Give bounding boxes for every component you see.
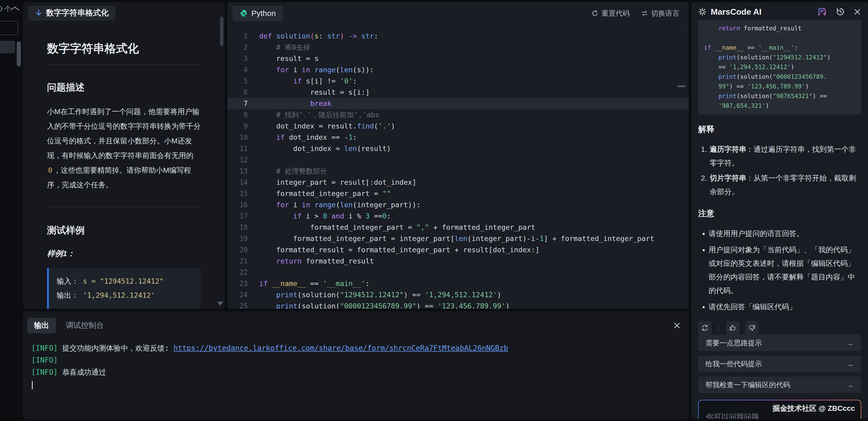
chevron-up-icon[interactable] [10, 6, 19, 10]
code-line[interactable]: 22 [227, 266, 689, 278]
problem-tab[interactable]: 数字字符串格式化 [28, 5, 116, 21]
code-line[interactable]: 20 formatted_result = formatted_integer_… [227, 244, 689, 255]
code-line[interactable]: 21 return formatted_result [227, 255, 689, 266]
code-token [310, 201, 314, 209]
problem-panel: 数字字符串格式化 数字字符串格式化 问题描述 小M在工作时遇到了一个问题，他需要… [23, 2, 225, 309]
suggestion-button[interactable]: 给我一些代码提示→ [698, 356, 861, 372]
new-chat-icon[interactable] [818, 7, 827, 17]
code-line[interactable]: 2 # 将0去掉 [227, 41, 689, 53]
code-line[interactable]: 3 result = s [227, 53, 689, 64]
code-line-text: def solution(s: str) -> str: [259, 32, 378, 40]
arrow-right-icon: → [846, 339, 854, 347]
thumbs-down-button[interactable] [745, 321, 759, 335]
code-line[interactable]: 15 formatted_integer_part = "" [227, 188, 689, 199]
rail-scrollbar-thumb[interactable] [17, 41, 21, 66]
code-line[interactable]: 14 integer_part = result[:dot_index] [227, 177, 689, 188]
code-token: result = s [259, 54, 319, 62]
code-token: ) == [404, 291, 425, 299]
ai-code-line: print(solution("1294512.12412") [704, 53, 856, 62]
ai-question-input[interactable]: 你可以问我问题 掘金技术社区 @ ZBCccc [699, 400, 861, 419]
code-line-text: if __name__ == '__main__': [259, 279, 370, 287]
rail-item-outline[interactable] [0, 21, 18, 35]
code-token: ) == [416, 302, 437, 309]
history-icon[interactable] [836, 7, 845, 17]
code-editor[interactable]: 1def solution(s: str) -> str:2 # 将0去掉3 r… [227, 25, 689, 309]
code-line[interactable]: 25 print(solution("0000123456789.99") ==… [227, 300, 689, 309]
code-line[interactable]: 8 # 找到'.'，随后往前加','abs [227, 109, 689, 120]
code-token: print [276, 291, 297, 299]
note-item: 请优先回答「编辑区代码」 [709, 300, 861, 314]
line-number: 19 [227, 235, 248, 243]
scroll-down-arrow-icon[interactable] [217, 302, 223, 306]
explain-heading: 解释 [698, 124, 861, 135]
community-watermark: 掘金技术社区 @ ZBCccc [773, 403, 855, 414]
ai-header-icons [818, 7, 861, 17]
code-token: __name__ [715, 44, 744, 51]
rail-item-filled[interactable] [0, 41, 15, 53]
rail-count-label: 0 个 [0, 4, 11, 13]
code-token: '1,294,512.12412' [729, 63, 790, 71]
regenerate-button[interactable] [698, 321, 712, 335]
suggestion-button[interactable]: 帮我检查一下编辑区的代码→ [698, 376, 861, 393]
suggestion-button[interactable]: 需要一点思路提示→ [698, 335, 861, 351]
code-token: range [314, 66, 336, 74]
switch-language-button[interactable]: 切换语言 [641, 9, 679, 18]
tab-debug-console[interactable]: 调试控制台 [66, 320, 104, 331]
code-line[interactable]: 10 if dot_index == -1: [227, 132, 689, 143]
console-close-icon[interactable] [673, 321, 681, 330]
code-token: == [370, 212, 382, 220]
reset-code-button[interactable]: 重置代码 [592, 9, 630, 18]
code-token: dot_index == - [285, 133, 348, 141]
code-token: "," [416, 223, 429, 231]
code-line[interactable]: 6 result = s[i:] [227, 87, 689, 98]
sample-label: 样例1： [47, 248, 201, 259]
code-line[interactable]: 11 dot_index = len(result) [227, 143, 689, 154]
code-line[interactable]: 23if __name__ == '__main__': [227, 278, 689, 289]
line-number: 24 [227, 291, 248, 299]
code-line[interactable]: 9 dot_index = result.find('.') [227, 120, 689, 132]
code-token: ) [805, 83, 809, 90]
ai-code-block: return formatted_resultif __name__ == '_… [698, 20, 861, 114]
code-token: '0' [340, 77, 353, 85]
problem-scrollbar-thumb[interactable] [220, 17, 223, 46]
code-line[interactable]: 1def solution(s: str) -> str: [227, 30, 689, 41]
log-message: 提交功能内测体验中，欢迎反馈: [58, 344, 174, 353]
sample-io-line: 输入： s = "1294512.12412" [57, 274, 193, 288]
code-line[interactable]: 24 print(solution("1294512.12412") == '1… [227, 289, 689, 300]
note-item: 请使用用户提问的语言回答。 [709, 227, 861, 241]
ai-code-line: print(solution("987654321") == [704, 91, 856, 101]
code-token [259, 77, 293, 85]
code-line-text: return formatted_result [259, 257, 374, 265]
feedback-link[interactable]: https://bytedance.larkoffice.com/share/b… [174, 344, 508, 353]
line-number: 3 [227, 55, 248, 62]
code-line[interactable]: 16 for i in range(len(integer_part)): [227, 199, 689, 210]
editor-language-tab[interactable]: Python [232, 5, 283, 21]
code-line[interactable]: 4 for i in range(len(s)): [227, 64, 689, 75]
code-token [704, 93, 718, 100]
code-line[interactable]: 5 if s[i] != '0': [227, 75, 689, 87]
code-line[interactable]: 7 break [227, 98, 689, 109]
tab-output[interactable]: 输出 [27, 318, 56, 333]
marscode-logo-icon [698, 7, 707, 16]
code-line-text: formatted_integer_part = integer_part[le… [259, 234, 654, 243]
switch-language-label: 切换语言 [651, 9, 679, 18]
code-token [711, 44, 715, 51]
console-cursor [32, 381, 33, 389]
code-line[interactable]: 17 if i > 0 and i % 3 ==0: [227, 210, 689, 222]
code-token: __name__ [272, 279, 306, 287]
code-line[interactable]: 19 formatted_integer_part = integer_part… [227, 233, 689, 244]
code-line[interactable]: 13 # 处理整数部分 [227, 165, 689, 177]
editor-scrollbar-thumb[interactable] [677, 85, 686, 87]
code-token [704, 25, 718, 32]
code-line[interactable]: 18 formatted_integer_part = "," + format… [227, 222, 689, 233]
close-icon[interactable] [854, 8, 861, 16]
thumbs-up-button[interactable] [726, 321, 739, 335]
code-token: print [718, 73, 736, 80]
code-token: formatted_integer_part = [259, 223, 416, 231]
code-line[interactable]: 12 [227, 154, 689, 165]
explain-item: 1.遍历字符串：通过遍历字符串，找到第一个非零字符。 [698, 143, 861, 170]
line-number: 1 [227, 32, 248, 40]
code-token: for [276, 201, 289, 209]
line-number: 14 [227, 178, 248, 186]
code-line-text: # 找到'.'，随后往前加','abs [259, 110, 379, 119]
